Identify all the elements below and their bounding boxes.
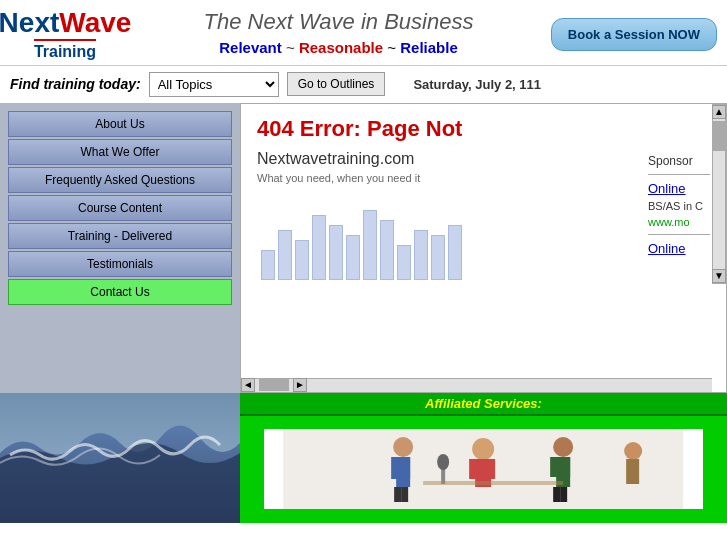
sidebar-item-what-we-offer[interactable]: What We Offer: [8, 139, 232, 165]
bar-11: [431, 235, 445, 280]
sidebar-item-faq[interactable]: Frequently Asked Questions: [8, 167, 232, 193]
slogan-relevant: Relevant: [219, 39, 282, 56]
scroll-thumb-vertical[interactable]: [713, 121, 725, 151]
logo-next: Next: [0, 7, 59, 38]
topic-select[interactable]: All Topics: [149, 72, 279, 97]
site-name: Nextwavetraining.com: [257, 150, 640, 168]
affiliate-image: [264, 429, 702, 509]
bar-6: [346, 235, 360, 280]
affiliated-panel: Affiliated Services:: [240, 393, 727, 523]
error-title: 404 Error: Page Not: [257, 116, 710, 142]
header-slogan: Relevant ~ Reasonable ~ Reliable: [120, 39, 557, 56]
scroll-up-button[interactable]: ▲: [712, 105, 726, 119]
sidebar-item-testimonials[interactable]: Testimonials: [8, 251, 232, 277]
svg-rect-11: [486, 459, 495, 479]
scrollbar-vertical[interactable]: ▲ ▼: [712, 104, 726, 284]
toolbar: Find training today: All Topics Go to Ou…: [0, 66, 727, 103]
header-center: The Next Wave in Business Relevant ~ Rea…: [120, 9, 557, 60]
find-text: Find training: [10, 76, 99, 92]
find-label: Find training today:: [10, 76, 141, 92]
scroll-down-button[interactable]: ▼: [712, 269, 726, 283]
svg-rect-4: [391, 457, 399, 479]
find-italic: today:: [99, 76, 141, 92]
sidebar: About Us What We Offer Frequently Asked …: [0, 103, 240, 393]
error-panel: 404 Error: Page Not Nextwavetraining.com…: [241, 104, 726, 296]
scroll-thumb-horizontal[interactable]: [259, 379, 289, 391]
scroll-left-button[interactable]: ◄: [241, 378, 255, 392]
svg-rect-18: [553, 487, 560, 502]
header-tagline: The Next Wave in Business: [120, 9, 557, 35]
main-area: About Us What We Offer Frequently Asked …: [0, 103, 727, 393]
wave-svg: [0, 393, 240, 523]
date-label: Saturday, July 2, 111: [413, 77, 541, 92]
header-right: Book a Session NOW: [557, 18, 717, 51]
bar-1: [261, 250, 275, 280]
wave-image: [0, 393, 240, 523]
bar-5: [329, 225, 343, 280]
header: NextWave Training The Next Wave in Busin…: [0, 0, 727, 66]
scrollbar-horizontal[interactable]: ◄ ►: [241, 378, 712, 392]
svg-point-13: [437, 454, 449, 470]
affiliated-services-label: Affiliated Services:: [240, 393, 727, 416]
svg-rect-21: [626, 459, 639, 484]
bar-12: [448, 225, 462, 280]
sidebar-item-about-us[interactable]: About Us: [8, 111, 232, 137]
svg-rect-19: [560, 487, 567, 502]
logo-training: Training: [34, 39, 96, 61]
ad-url: www.mo: [648, 216, 710, 228]
ad-online2-link[interactable]: Online: [648, 241, 710, 256]
bar-3: [295, 240, 309, 280]
divider2: [648, 234, 710, 235]
error-body: Nextwavetraining.com What you need, when…: [257, 150, 710, 284]
bar-8: [380, 220, 394, 280]
ad-degree: BS/AS in C: [648, 200, 710, 212]
sidebar-item-course-content[interactable]: Course Content: [8, 195, 232, 221]
book-session-button[interactable]: Book a Session NOW: [551, 18, 717, 51]
svg-rect-7: [401, 487, 408, 502]
bar-2: [278, 230, 292, 280]
slogan-tilde: ~: [282, 39, 299, 56]
error-right: Sponsor Online BS/AS in C www.mo Online: [640, 150, 710, 284]
divider: [648, 174, 710, 175]
bar-10: [414, 230, 428, 280]
svg-point-8: [472, 438, 494, 460]
scroll-right-button[interactable]: ►: [293, 378, 307, 392]
bottom-area: Affiliated Services:: [0, 393, 727, 523]
slogan-reliable: Reliable: [400, 39, 458, 56]
svg-point-2: [393, 437, 413, 457]
svg-rect-22: [423, 481, 563, 485]
people-image: [264, 429, 702, 509]
svg-rect-16: [550, 457, 559, 477]
bar-chart: [257, 194, 640, 284]
svg-rect-17: [561, 457, 570, 477]
sidebar-item-training-delivered[interactable]: Training - Delivered: [8, 223, 232, 249]
svg-rect-10: [469, 459, 478, 479]
outline-button[interactable]: Go to Outlines: [287, 72, 386, 96]
slogan-reasonable: Reasonable: [299, 39, 383, 56]
sponsor-label: Sponsor: [648, 150, 710, 168]
logo: NextWave Training: [10, 8, 120, 61]
content-panel: 404 Error: Page Not Nextwavetraining.com…: [240, 103, 727, 393]
site-sub: What you need, when you need it: [257, 172, 640, 184]
ad-online-link[interactable]: Online: [648, 181, 710, 196]
affiliated-green-area: [240, 416, 727, 523]
svg-rect-6: [394, 487, 401, 502]
slogan-tilde2: ~: [383, 39, 400, 56]
svg-point-14: [553, 437, 573, 457]
svg-rect-5: [402, 457, 410, 479]
bar-9: [397, 245, 411, 280]
sidebar-item-contact-us[interactable]: Contact Us: [8, 279, 232, 305]
bar-7: [363, 210, 377, 280]
bar-4: [312, 215, 326, 280]
error-left: Nextwavetraining.com What you need, when…: [257, 150, 640, 284]
svg-point-20: [624, 442, 642, 460]
